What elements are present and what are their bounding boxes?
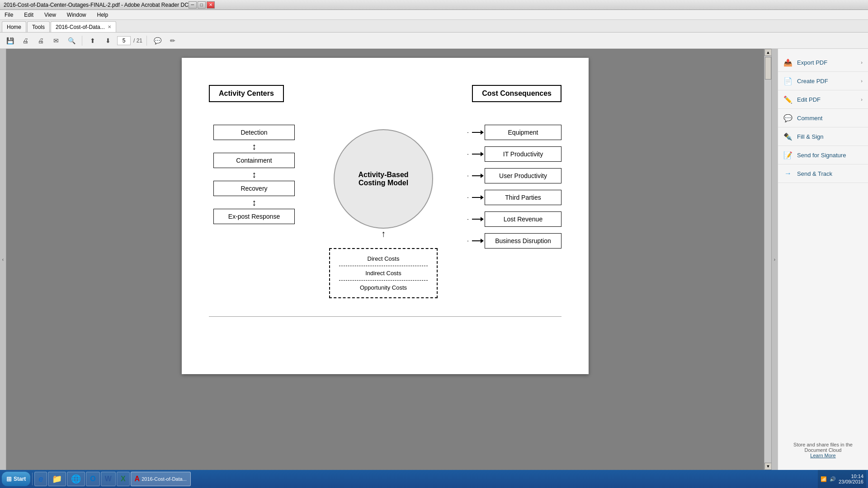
taskbar-acrobat[interactable]: A 2016-Cost-of-Data... — [131, 472, 191, 486]
scroll-up-button[interactable]: ▲ — [764, 49, 772, 56]
it-productivity-box: IT Productivity — [485, 146, 561, 162]
acrobat-icon: A — [135, 475, 140, 483]
export-pdf-expand-arrow: › — [861, 60, 863, 65]
maximize-button[interactable]: □ — [198, 1, 206, 9]
minimize-button[interactable]: ─ — [189, 1, 197, 9]
scroll-track[interactable] — [764, 56, 771, 463]
main-area: ‹ Activity Centers Cost Consequences — [0, 49, 868, 470]
email-button[interactable]: ✉ — [50, 35, 62, 47]
system-tray: 📶 🔊 10:14 23/09/2016 — [818, 470, 866, 488]
tab-bar: Home Tools 2016-Cost-of-Data... ✕ — [0, 20, 868, 33]
scroll-down-button[interactable]: ▼ — [764, 463, 772, 470]
tab-document[interactable]: 2016-Cost-of-Data... ✕ — [51, 21, 116, 32]
taskbar: ⊞ Start e 📁 🌐 O W X A 2016-Cost-of-Data.… — [0, 470, 868, 488]
sidebar-send-signature[interactable]: 📝 Send for Signature — [778, 146, 868, 164]
print-button[interactable]: 🖨 — [19, 35, 32, 47]
user-productivity-box: User Productivity — [485, 168, 561, 183]
taskbar-sep-1 — [32, 473, 33, 485]
sidebar-send-track[interactable]: → Send & Track — [778, 164, 868, 183]
sidebar-spacer — [778, 183, 868, 435]
third-parties-row: Third Parties — [467, 190, 561, 205]
direct-costs-label: Direct Costs — [339, 253, 428, 264]
edit-button[interactable]: ✏ — [166, 35, 179, 47]
menu-window[interactable]: Window — [64, 11, 89, 19]
tab-tools-label: Tools — [32, 24, 45, 30]
chrome-icon: 🌐 — [71, 474, 81, 484]
search-button[interactable]: 🔍 — [65, 35, 78, 47]
business-disruption-box: Business Disruption — [485, 233, 561, 249]
third-parties-box: Third Parties — [485, 190, 561, 205]
scroll-thumb[interactable] — [765, 57, 771, 80]
taskbar-chrome[interactable]: 🌐 — [67, 472, 85, 486]
comment-button[interactable]: 💬 — [151, 35, 164, 47]
menu-bar: File Edit View Window Help — [0, 10, 868, 20]
sidebar-comment[interactable]: 💬 Comment — [778, 109, 868, 127]
taskbar-word[interactable]: W — [101, 472, 116, 486]
sidebar-export-pdf[interactable]: 📤 Export PDF › — [778, 53, 868, 72]
lost-revenue-box: Lost Revenue — [485, 211, 561, 227]
recovery-box: Recovery — [213, 181, 295, 196]
close-button[interactable]: ✕ — [207, 1, 215, 9]
explorer-icon: 📁 — [52, 474, 62, 484]
menu-edit[interactable]: Edit — [21, 11, 36, 19]
start-button[interactable]: ⊞ Start — [2, 472, 30, 486]
sidebar-footer-text: Store and share files in theDocument Clo… — [783, 442, 863, 453]
prev-page-button[interactable]: ⬆ — [86, 35, 99, 47]
start-label: Start — [14, 476, 26, 482]
diagram-container: Activity Centers Cost Consequences Detec… — [209, 76, 561, 326]
send-signature-label: Send for Signature — [797, 152, 846, 159]
title-bar: 2016-Cost-of-Data-Center-Outages-FINAL-2… — [0, 0, 868, 10]
tray-time: 10:14 — [851, 474, 863, 479]
send-signature-icon: 📝 — [783, 150, 793, 160]
acrobat-label: 2016-Cost-of-Data... — [142, 476, 187, 482]
print-alt-button[interactable]: 🖨 — [34, 35, 47, 47]
opportunity-costs-label: Opportunity Costs — [339, 282, 428, 293]
taskbar-ie[interactable]: e — [34, 472, 47, 486]
detection-box: Detection — [213, 125, 295, 140]
sidebar-edit-pdf[interactable]: ✏️ Edit PDF › — [778, 90, 868, 109]
menu-help[interactable]: Help — [94, 11, 111, 19]
arrow-containment-recovery: ↕ — [252, 170, 256, 179]
taskbar-outlook[interactable]: O — [86, 472, 99, 486]
page-separator-line — [209, 316, 561, 317]
learn-more-link[interactable]: Learn More — [783, 453, 863, 458]
edit-pdf-icon: ✏️ — [783, 95, 793, 104]
ie-icon: e — [38, 474, 43, 484]
lost-revenue-row: Lost Revenue — [467, 211, 561, 227]
tab-document-label: 2016-Cost-of-Data... — [56, 24, 105, 30]
comment-label: Comment — [797, 115, 822, 122]
page-number-input[interactable] — [117, 36, 131, 45]
cost-area: Direct Costs Indirect Costs Opportunity … — [329, 248, 438, 298]
user-productivity-row: User Productivity — [467, 168, 561, 183]
sidebar-fill-sign[interactable]: ✒️ Fill & Sign — [778, 127, 868, 146]
activity-centers-header: Activity Centers — [209, 85, 284, 102]
taskbar-excel[interactable]: X — [117, 472, 130, 486]
volume-icon: 🔊 — [830, 476, 836, 482]
sidebar-footer: Store and share files in theDocument Clo… — [778, 435, 868, 465]
fill-sign-label: Fill & Sign — [797, 133, 824, 140]
next-page-button[interactable]: ⬇ — [102, 35, 114, 47]
save-button[interactable]: 💾 — [4, 35, 16, 47]
sidebar-create-pdf[interactable]: 📄 Create PDF › — [778, 72, 868, 90]
arrow-up-to-circle: ↑ — [381, 229, 386, 239]
menu-view[interactable]: View — [42, 11, 59, 19]
toolbar: 💾 🖨 🖨 ✉ 🔍 ⬆ ⬇ / 21 💬 ✏ — [0, 33, 868, 49]
vertical-scrollbar[interactable]: ▲ ▼ — [764, 49, 771, 470]
taskbar-explorer[interactable]: 📁 — [48, 472, 66, 486]
tab-close-button[interactable]: ✕ — [108, 24, 111, 29]
right-panel-collapse-toggle[interactable]: › — [771, 49, 778, 470]
title-text: 2016-Cost-of-Data-Center-Outages-FINAL-2… — [4, 2, 189, 8]
menu-file[interactable]: File — [2, 11, 16, 19]
diagram-header: Activity Centers Cost Consequences — [209, 85, 561, 102]
equipment-row: Equipment — [467, 125, 561, 140]
tab-home[interactable]: Home — [2, 21, 26, 32]
window-controls: ─ □ ✕ — [189, 1, 215, 9]
business-disruption-row: Business Disruption — [467, 233, 561, 249]
left-panel-toggle[interactable]: ‹ — [0, 49, 6, 470]
containment-box: Containment — [213, 153, 295, 168]
right-sidebar: 📤 Export PDF › 📄 Create PDF › ✏️ Edit PD… — [778, 49, 868, 470]
tab-home-label: Home — [7, 24, 21, 30]
export-pdf-label: Export PDF — [797, 59, 827, 66]
expost-response-box: Ex-post Response — [213, 209, 295, 224]
tab-tools[interactable]: Tools — [27, 21, 50, 32]
